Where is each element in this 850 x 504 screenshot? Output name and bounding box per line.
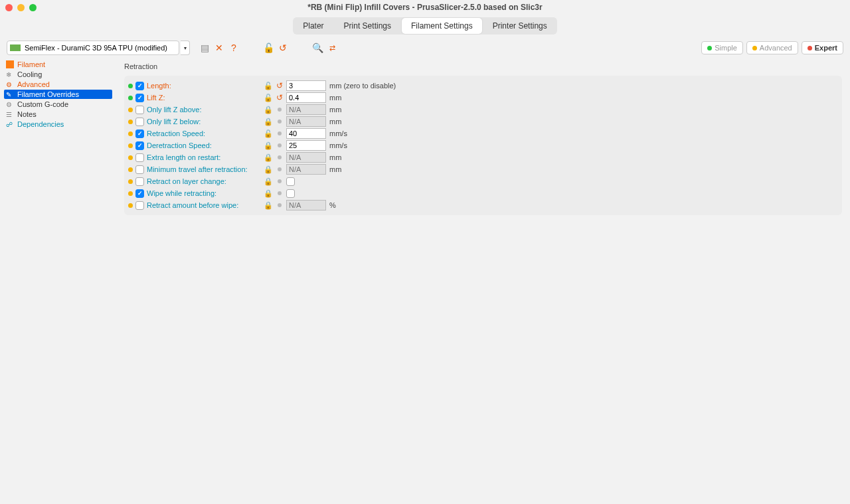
override-checkbox[interactable] (135, 129, 144, 138)
override-checkbox[interactable] (135, 94, 144, 102)
value-input[interactable] (286, 92, 326, 103)
default-dot-icon (278, 143, 282, 147)
param-label: Retract on layer change: (147, 177, 260, 185)
mode-expert-button[interactable]: Expert (802, 41, 843, 54)
save-preset-icon[interactable]: ▤ (199, 42, 210, 53)
search-icon[interactable]: 🔍 (312, 42, 323, 53)
row-only-lift-below: Only lift Z below: 🔒 mm (128, 116, 838, 127)
mode-advanced-button[interactable]: Advanced (746, 41, 798, 54)
unlock-icon[interactable]: 🔓 (263, 42, 274, 53)
value-input (286, 152, 326, 163)
lock-icon[interactable]: 🔒 (264, 201, 273, 210)
value-input[interactable] (286, 128, 326, 139)
unit-label: mm (329, 118, 341, 126)
main-area: Filament Cooling Advanced Filament Overr… (0, 57, 850, 504)
sidebar-item-filament-overrides[interactable]: Filament Overrides (4, 90, 112, 99)
tab-plater[interactable]: Plater (294, 18, 333, 34)
undo-icon[interactable]: ↺ (278, 42, 288, 53)
reset-icon[interactable]: ↺ (276, 93, 283, 102)
minimize-icon[interactable] (17, 4, 25, 11)
mode-simple-button[interactable]: Simple (701, 41, 743, 54)
value-input[interactable] (286, 140, 326, 151)
unit-label: mm (329, 153, 341, 161)
unit-label: mm (329, 165, 341, 173)
lock-icon[interactable]: 🔒 (264, 189, 273, 198)
param-label: Length: (147, 82, 260, 90)
level-dot-icon (128, 96, 133, 100)
row-length: Length: 🔓 ↺ mm (zero to disable) (128, 80, 838, 92)
preset-name-input[interactable] (25, 44, 176, 52)
preset-dropdown-button[interactable]: ▾ (181, 41, 190, 55)
chevron-down-icon: ▾ (184, 45, 187, 51)
lock-icon[interactable]: 🔒 (264, 118, 273, 126)
override-checkbox[interactable] (135, 189, 144, 198)
param-label: Only lift Z below: (147, 118, 260, 126)
lock-icon[interactable]: 🔒 (264, 106, 273, 114)
mode-buttons: Simple Advanced Expert (701, 41, 843, 54)
value-input (286, 200, 326, 210)
level-dot-icon (128, 108, 133, 112)
override-checkbox[interactable] (135, 106, 144, 114)
sidebar-item-cooling[interactable]: Cooling (4, 70, 112, 79)
lock-icon[interactable]: 🔒 (264, 153, 273, 162)
param-label: Only lift Z above: (147, 106, 260, 114)
compare-icon[interactable]: ⇄ (327, 42, 337, 53)
sidebar-item-advanced[interactable]: Advanced (4, 80, 112, 89)
unit-label: mm (329, 106, 341, 114)
sidebar: Filament Cooling Advanced Filament Overr… (0, 57, 116, 504)
row-retract-layer-change: Retract on layer change: 🔒 (128, 175, 838, 187)
override-checkbox[interactable] (135, 141, 144, 150)
override-checkbox[interactable] (135, 153, 144, 162)
override-checkbox[interactable] (135, 118, 144, 126)
unlock-icon[interactable]: 🔓 (264, 82, 273, 90)
level-dot-icon (128, 179, 133, 184)
value-checkbox[interactable] (286, 189, 295, 198)
default-dot-icon (278, 131, 282, 135)
delete-preset-icon[interactable]: ✕ (214, 42, 224, 53)
sidebar-label: Cooling (17, 70, 42, 78)
row-extra-length-restart: Extra length on restart: 🔒 mm (128, 151, 838, 163)
override-checkbox[interactable] (135, 201, 144, 210)
default-dot-icon (278, 155, 282, 159)
value-checkbox[interactable] (286, 177, 295, 186)
lock-icon[interactable]: 🔒 (264, 141, 273, 150)
param-label: Deretraction Speed: (147, 141, 260, 149)
lock-icon[interactable]: 🔒 (264, 165, 273, 174)
help-icon[interactable]: ? (228, 42, 239, 53)
mode-expert-label: Expert (815, 44, 837, 52)
sidebar-label: Filament Overrides (17, 90, 79, 98)
main-tabs: Plater Print Settings Filament Settings … (293, 17, 557, 35)
zoom-icon[interactable] (29, 4, 37, 11)
value-input[interactable] (286, 80, 326, 91)
sidebar-item-custom-gcode[interactable]: Custom G-code (4, 100, 112, 109)
lock-icon[interactable]: 🔒 (264, 177, 273, 186)
unlock-icon[interactable]: 🔓 (264, 94, 273, 102)
override-checkbox[interactable] (135, 165, 144, 174)
row-only-lift-above: Only lift Z above: 🔒 mm (128, 104, 838, 116)
reset-icon[interactable]: ↺ (276, 81, 283, 90)
unlock-icon[interactable]: 🔓 (264, 129, 273, 138)
override-checkbox[interactable] (135, 82, 144, 90)
close-icon[interactable] (5, 4, 13, 11)
sidebar-item-dependencies[interactable]: Dependencies (4, 120, 112, 129)
sidebar-item-notes[interactable]: Notes (4, 110, 112, 119)
value-input (286, 164, 326, 175)
row-deretraction-speed: Deretraction Speed: 🔒 mm/s (128, 139, 838, 151)
default-dot-icon (278, 167, 282, 171)
preset-select[interactable] (7, 41, 179, 55)
default-dot-icon (278, 203, 282, 207)
unit-label: % (329, 201, 336, 209)
param-label: Extra length on restart: (147, 153, 260, 161)
tab-print-settings[interactable]: Print Settings (335, 18, 400, 34)
sidebar-label: Advanced (17, 80, 50, 88)
row-retract-amount-wipe: Retract amount before wipe: 🔒 % (128, 199, 838, 211)
sidebar-item-filament[interactable]: Filament (4, 60, 112, 69)
override-checkbox[interactable] (135, 177, 144, 186)
sidebar-label: Dependencies (17, 120, 64, 128)
tab-printer-settings[interactable]: Printer Settings (483, 18, 556, 34)
tab-filament-settings[interactable]: Filament Settings (402, 18, 482, 34)
level-dot-icon (128, 120, 133, 124)
param-label: Retract amount before wipe: (147, 201, 260, 209)
window-controls (5, 4, 37, 11)
window-title: *RB (Mini Flip) Infill Covers - PrusaSli… (0, 3, 850, 12)
